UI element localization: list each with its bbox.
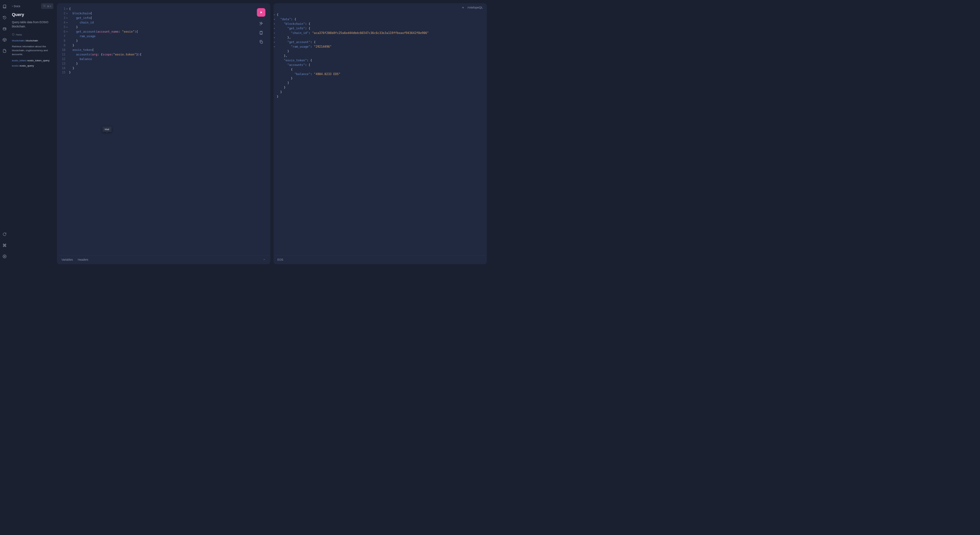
result-footer: EOS: [274, 255, 487, 264]
tab-variables[interactable]: Variables: [62, 258, 73, 261]
wallet-icon[interactable]: [1, 25, 8, 32]
field-item-eosio_token[interactable]: eosio_token: eosio_token_query: [12, 59, 56, 62]
editor-panel: 123456789101112131415 ▾▾▾ ▾ ▾▾ { blockch…: [57, 3, 270, 264]
cube-icon: [12, 33, 15, 37]
docs-sidebar: ‹ Docs ⌘ K Query Query table data from E…: [9, 0, 56, 268]
svg-rect-0: [3, 28, 6, 30]
query-editor[interactable]: 123456789101112131415 ▾▾▾ ▾ ▾▾ { blockch…: [57, 3, 270, 255]
page-title: Query: [12, 12, 56, 17]
search-icon: [43, 5, 46, 8]
result-panel: + AntelopeQL ▾▾▾▾ ▾ ▾▾▾ { "data": { "blo…: [274, 3, 487, 264]
svg-point-2: [4, 256, 5, 257]
editor-footer: VariablesHeaders: [57, 255, 270, 264]
package-icon[interactable]: [1, 37, 8, 43]
result-viewer[interactable]: ▾▾▾▾ ▾ ▾▾▾ { "data": { "blockchain": { "…: [274, 12, 487, 255]
fields-header: Fields: [12, 33, 56, 37]
svg-point-3: [43, 5, 45, 6]
search-box[interactable]: ⌘ K: [41, 3, 54, 9]
result-title: AntelopeQL: [467, 6, 483, 10]
copy-icon[interactable]: [259, 40, 263, 44]
icon-rail: [0, 0, 9, 268]
svg-rect-6: [261, 41, 262, 43]
field-item-eosio[interactable]: eosio: eosio_query: [12, 64, 56, 67]
mail-tooltip: Mail: [102, 127, 111, 132]
run-button[interactable]: [257, 8, 265, 17]
result-footer-text: EOS: [277, 258, 283, 261]
back-label: Docs: [14, 5, 20, 8]
field-item-blockchain[interactable]: blockchain: blockchain: [12, 39, 56, 42]
keyboard-shortcut-icon[interactable]: [1, 242, 8, 248]
book-icon[interactable]: [1, 3, 8, 10]
add-tab-button[interactable]: +: [462, 6, 464, 10]
field-desc: Retrieve infomation about the blockchain…: [12, 45, 56, 56]
fields-label: Fields: [16, 33, 22, 36]
document-icon[interactable]: [1, 48, 8, 54]
refresh-icon[interactable]: [1, 231, 8, 237]
prettify-icon[interactable]: [259, 22, 263, 26]
gear-icon[interactable]: [1, 253, 8, 260]
main-area: 123456789101112131415 ▾▾▾ ▾ ▾▾ { blockch…: [56, 0, 490, 268]
history-icon[interactable]: [1, 14, 8, 21]
page-description: Query table data from EOSIO blockchain.: [12, 20, 56, 29]
svg-rect-4: [13, 33, 14, 35]
back-to-docs[interactable]: ‹ Docs: [12, 5, 20, 8]
search-shortcut: ⌘ K: [47, 5, 51, 8]
chevron-left-icon: ‹: [12, 5, 13, 8]
chevron-up-icon[interactable]: [262, 258, 266, 262]
svg-point-1: [5, 29, 6, 29]
merge-icon[interactable]: [259, 31, 263, 35]
tab-headers[interactable]: Headers: [78, 258, 88, 261]
